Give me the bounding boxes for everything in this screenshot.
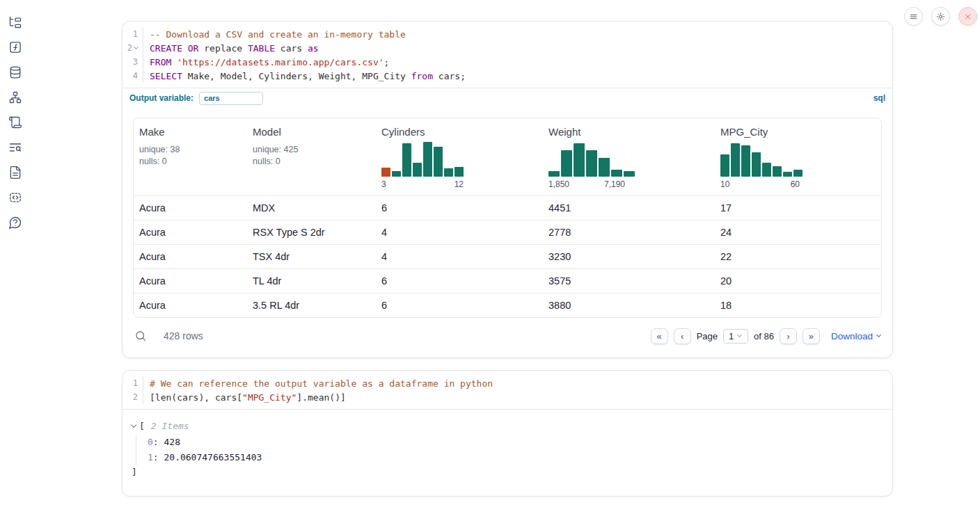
file-tree-icon[interactable] [8, 15, 22, 29]
close-bracket: ] [132, 467, 885, 477]
line-number: 1 [122, 27, 143, 41]
row-count: 428 rows [164, 330, 203, 341]
code-token: cars; [433, 71, 466, 81]
histogram-bar [783, 172, 792, 177]
code-token [182, 43, 188, 54]
scroll-icon[interactable] [8, 115, 22, 129]
tree-root: [ 2 Items [132, 419, 885, 432]
table-cell: 6 [376, 293, 543, 317]
code-line: 3FROM 'https://datasets.marimo.app/cars.… [122, 55, 892, 69]
page-select[interactable]: 1 [723, 329, 748, 344]
function-icon[interactable] [8, 40, 22, 54]
pagination: « ‹ Page 1 of 86 › » [651, 328, 820, 344]
column-stat: nulls: 0 [253, 156, 370, 168]
last-page-button[interactable]: » [803, 328, 820, 344]
help-icon[interactable] [8, 216, 22, 230]
histogram-bar [731, 143, 740, 177]
code-token: Make, Model, Cylinders, Weight, MPG_City [182, 71, 411, 81]
histogram-bar [741, 145, 750, 177]
gear-icon [936, 12, 945, 22]
fold-chevron-icon[interactable] [134, 45, 139, 49]
histogram-bars [381, 140, 464, 177]
table-cell: TSX 4dr [247, 245, 376, 268]
document-icon[interactable] [8, 166, 22, 179]
column-stats: unique: 425nulls: 0 [253, 144, 370, 168]
python-cell: 1# We can reference the output variable … [122, 370, 893, 497]
column-header-mpg_city[interactable]: MPG_City1060 [715, 118, 881, 195]
code-token: as [308, 43, 319, 54]
tree-entry: 1: 20.060747663551403 [148, 450, 885, 465]
total-pages-label: of 86 [754, 331, 774, 341]
search-icon[interactable] [134, 330, 147, 342]
column-name: Cylinders [381, 126, 537, 138]
histogram-bars [720, 140, 803, 177]
axis-label: 60 [791, 179, 800, 189]
table-cell: TL 4dr [247, 269, 376, 293]
column-header-cylinders[interactable]: Cylinders312 [376, 118, 543, 195]
column-stat: nulls: 0 [139, 156, 242, 168]
table-cell: 17 [715, 196, 881, 220]
sql-code-editor[interactable]: 1-- Download a CSV and create an in-memo… [122, 22, 892, 88]
table-cell: 24 [715, 220, 881, 244]
line-number-text: 1 [133, 29, 138, 39]
axis-label: 3 [381, 179, 386, 189]
first-page-button[interactable]: « [651, 328, 668, 344]
histogram-bar [548, 171, 560, 177]
menu-button[interactable] [904, 7, 923, 26]
collapse-chevron-icon[interactable] [131, 421, 136, 427]
axis-label: 10 [720, 179, 729, 189]
search-logs-icon[interactable] [8, 140, 22, 154]
sql-cell: 1-- Download a CSV and create an in-memo… [122, 21, 893, 358]
code-content: [len(cars), cars["MPG_City"].mean()] [143, 392, 346, 403]
tree-key: 0 [148, 437, 153, 447]
column-stats: unique: 38nulls: 0 [139, 144, 242, 168]
histogram-bar [793, 170, 803, 177]
tree-children: 0: 4281: 20.060747663551403 [136, 435, 885, 465]
output-variable-input[interactable] [199, 92, 263, 105]
language-badge: sql [874, 93, 885, 103]
code-token: CREATE [150, 43, 182, 54]
code-content: SELECT Make, Model, Cylinders, Weight, M… [143, 71, 466, 81]
code-token: TABLE [248, 43, 275, 54]
histogram-bar [762, 163, 771, 177]
shutdown-button[interactable] [958, 7, 977, 26]
snippets-icon[interactable] [8, 191, 22, 204]
histogram: 1060 [720, 140, 803, 189]
python-code-editor[interactable]: 1# We can reference the output variable … [122, 371, 892, 409]
download-button[interactable]: Download [831, 331, 880, 341]
code-token: ].mean()] [297, 392, 345, 403]
line-number: 4 [122, 69, 143, 83]
next-page-button[interactable]: › [780, 328, 797, 344]
histogram-bar [402, 143, 411, 177]
line-number: 3 [122, 55, 143, 69]
dependency-graph-icon[interactable] [8, 90, 22, 104]
database-icon[interactable] [8, 65, 22, 79]
cell-footer-bar: Output variable: sql [122, 88, 892, 108]
code-line: 1-- Download a CSV and create an in-memo… [122, 27, 892, 41]
table-cell: 4 [376, 245, 543, 268]
axis-label: 7,190 [604, 179, 625, 189]
table-cell: 6 [376, 269, 543, 293]
table-cell: Acura [134, 196, 247, 220]
column-header-weight[interactable]: Weight1,8507,190 [543, 118, 715, 195]
histogram-bar [434, 147, 443, 177]
line-number: 1 [122, 376, 143, 390]
code-token: OR [188, 43, 199, 54]
data-table: Makeunique: 38nulls: 0Modelunique: 425nu… [133, 118, 882, 318]
table-cell: 22 [715, 245, 881, 268]
code-line: 2CREATE OR replace TABLE cars as [122, 41, 892, 55]
histogram-bar [392, 171, 401, 177]
code-token: [len(cars), cars[ [150, 392, 242, 403]
page-select-value: 1 [729, 331, 734, 341]
table-row: Acura3.5 RL 4dr6388018 [134, 293, 881, 317]
settings-button[interactable] [931, 7, 950, 26]
histogram-bar [381, 168, 390, 177]
histogram-bar [413, 163, 422, 177]
prev-page-button[interactable]: ‹ [674, 328, 691, 344]
histogram-axis-labels: 1060 [720, 179, 803, 189]
code-token: -- Download a CSV and create an in-memor… [150, 29, 406, 40]
column-header-model[interactable]: Modelunique: 425nulls: 0 [247, 118, 376, 195]
code-content: # We can reference the output variable a… [143, 378, 493, 389]
histogram-bar [752, 152, 761, 177]
column-header-make[interactable]: Makeunique: 38nulls: 0 [134, 118, 247, 195]
